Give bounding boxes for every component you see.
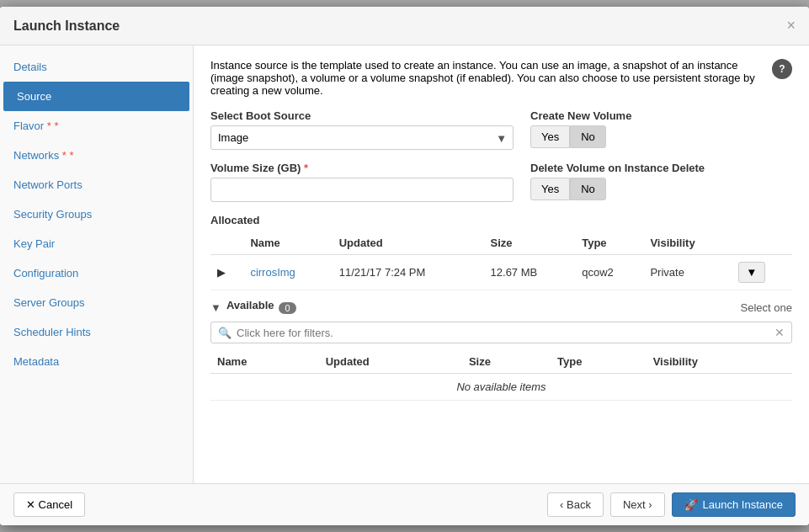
allocated-table-body: ▶ cirrosImg 11/21/17 7:24 PM 12.67 MB qc… <box>210 255 792 290</box>
available-table-body: No available items <box>210 374 792 401</box>
allocated-table-head: Name Updated Size Type Visibility <box>210 231 792 255</box>
allocated-header-row: Name Updated Size Type Visibility <box>210 231 792 255</box>
footer-left: ✕ Cancel <box>13 492 85 517</box>
avail-col-updated: Updated <box>319 350 462 374</box>
create-volume-label: Create New Volume <box>530 109 792 122</box>
description: Instance source is the template used to … <box>210 59 765 97</box>
boot-volume-row: Select Boot Source ImageSnapshotVolumeVo… <box>210 109 792 150</box>
modal-body: DetailsSourceFlavor *Networks *Network P… <box>0 45 809 483</box>
move-down-button[interactable]: ▼ <box>738 262 764 283</box>
search-icon: 🔍 <box>218 327 232 339</box>
sidebar-item-details[interactable]: Details <box>0 52 193 82</box>
launch-instance-modal: Launch Instance × DetailsSourceFlavor *N… <box>0 7 809 525</box>
next-button[interactable]: Next › <box>610 492 665 517</box>
allocated-table: Name Updated Size Type Visibility ▶ cirr… <box>210 231 792 290</box>
modal-header: Launch Instance × <box>0 7 809 45</box>
sidebar-item-network-ports[interactable]: Network Ports <box>0 170 193 200</box>
sidebar: DetailsSourceFlavor *Networks *Network P… <box>0 45 194 483</box>
no-items-row: No available items <box>210 374 792 401</box>
available-title: Available <box>226 299 274 311</box>
available-table: Name Updated Size Type Visibility No ava… <box>210 350 792 401</box>
rocket-icon: 🚀 <box>684 498 698 511</box>
sidebar-item-key-pair[interactable]: Key Pair <box>0 229 193 258</box>
available-count-badge: 0 <box>279 302 295 314</box>
volume-size-group: Volume Size (GB) * 1 <box>210 162 514 202</box>
filter-input[interactable] <box>237 327 774 339</box>
avail-col-type: Type <box>551 350 647 374</box>
col-header-expand <box>210 231 243 255</box>
volume-size-row: Volume Size (GB) * 1 Delete Volume on In… <box>210 162 792 202</box>
table-row: ▶ cirrosImg 11/21/17 7:24 PM 12.67 MB qc… <box>210 255 792 290</box>
boot-source-label: Select Boot Source <box>210 109 514 122</box>
row-name-link[interactable]: cirrosImg <box>250 266 295 279</box>
delete-volume-label: Delete Volume on Instance Delete <box>530 162 792 174</box>
description-row: Instance source is the template used to … <box>210 59 792 97</box>
sidebar-item-scheduler-hints[interactable]: Scheduler Hints <box>0 317 193 347</box>
allocated-title: Allocated <box>210 214 792 226</box>
delete-volume-no-button[interactable]: No <box>570 178 606 200</box>
col-header-action <box>732 231 792 255</box>
launch-button[interactable]: 🚀 Launch Instance <box>672 492 796 517</box>
cancel-button[interactable]: ✕ Cancel <box>13 492 85 517</box>
row-expand-icon[interactable]: ▶ <box>210 255 243 290</box>
filter-clear-icon[interactable]: ✕ <box>774 326 785 339</box>
row-type: qcow2 <box>575 255 643 290</box>
row-action: ▼ <box>732 255 792 290</box>
sidebar-item-flavor[interactable]: Flavor * <box>0 111 193 141</box>
create-volume-group: Create New Volume Yes No <box>530 109 792 150</box>
row-size: 12.67 MB <box>484 255 576 290</box>
col-header-type: Type <box>575 231 643 255</box>
content-area: Instance source is the template used to … <box>194 45 809 483</box>
sidebar-item-server-groups[interactable]: Server Groups <box>0 288 193 317</box>
row-visibility: Private <box>643 255 732 290</box>
available-header-row: Name Updated Size Type Visibility <box>210 350 792 374</box>
close-button[interactable]: × <box>786 17 796 35</box>
avail-col-name: Name <box>210 350 319 374</box>
available-section: ▼ Available 0 Select one 🔍 ✕ Name Update… <box>210 299 792 401</box>
sidebar-item-networks[interactable]: Networks * <box>0 141 193 170</box>
description-text: Instance source is the template used to … <box>210 59 765 97</box>
volume-size-label: Volume Size (GB) * <box>210 162 514 174</box>
volume-size-required: * <box>304 162 308 174</box>
launch-button-label: Launch Instance <box>703 498 783 511</box>
delete-volume-btn-group: Yes No <box>530 178 792 200</box>
col-header-size: Size <box>484 231 576 255</box>
no-items-message: No available items <box>210 374 792 401</box>
create-volume-no-button[interactable]: No <box>570 125 606 148</box>
avail-col-visibility: Visibility <box>647 350 792 374</box>
col-header-visibility: Visibility <box>643 231 732 255</box>
available-table-head: Name Updated Size Type Visibility <box>210 350 792 374</box>
create-volume-btn-group: Yes No <box>530 125 792 148</box>
delete-volume-group: Delete Volume on Instance Delete Yes No <box>530 162 792 202</box>
allocated-section: Allocated Name Updated Size Type Visibil… <box>210 214 792 290</box>
sidebar-item-source[interactable]: Source <box>3 82 189 111</box>
volume-size-input[interactable]: 1 <box>210 178 514 202</box>
sidebar-item-security-groups[interactable]: Security Groups <box>0 200 193 229</box>
available-header: ▼ Available 0 Select one <box>210 299 792 317</box>
select-one-label: Select one <box>741 301 792 314</box>
row-updated: 11/21/17 7:24 PM <box>333 255 484 290</box>
available-collapse-icon[interactable]: ▼ <box>210 301 221 314</box>
help-icon[interactable]: ? <box>772 59 792 79</box>
back-button[interactable]: ‹ Back <box>547 492 604 517</box>
boot-source-group: Select Boot Source ImageSnapshotVolumeVo… <box>210 109 514 150</box>
modal-footer: ✕ Cancel ‹ Back Next › 🚀 Launch Instance <box>0 483 809 525</box>
sidebar-item-metadata[interactable]: Metadata <box>0 347 193 376</box>
modal-title: Launch Instance <box>13 19 120 34</box>
avail-col-size: Size <box>462 350 551 374</box>
col-header-name: Name <box>243 231 332 255</box>
create-volume-yes-button[interactable]: Yes <box>530 125 570 148</box>
boot-source-select-wrapper: ImageSnapshotVolumeVolume Snapshot ▼ <box>210 125 514 150</box>
row-name: cirrosImg <box>243 255 332 290</box>
filter-row: 🔍 ✕ <box>210 322 792 343</box>
boot-source-select[interactable]: ImageSnapshotVolumeVolume Snapshot <box>210 125 514 150</box>
footer-right: ‹ Back Next › 🚀 Launch Instance <box>547 492 796 517</box>
delete-volume-yes-button[interactable]: Yes <box>530 178 570 200</box>
col-header-updated: Updated <box>333 231 484 255</box>
sidebar-item-configuration[interactable]: Configuration <box>0 258 193 288</box>
